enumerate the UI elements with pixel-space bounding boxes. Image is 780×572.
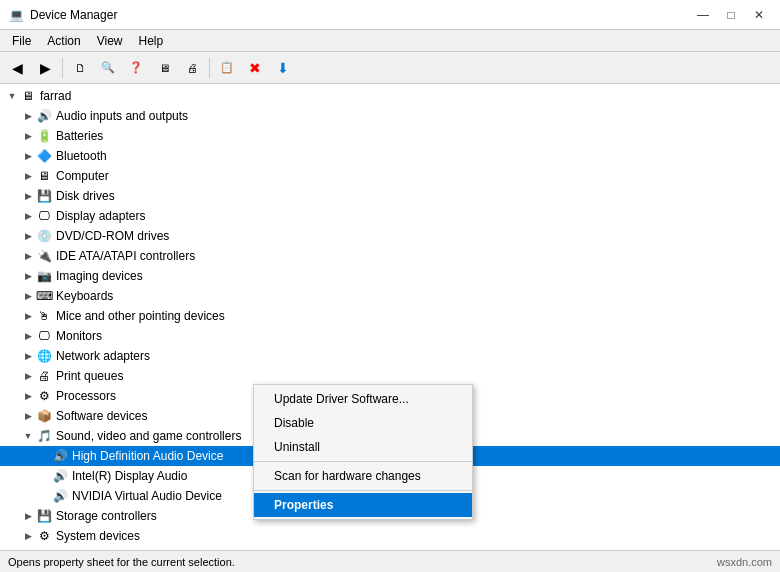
tree-item[interactable]: ▶🖨Print queues: [0, 366, 780, 386]
item-icon: 📷: [36, 268, 52, 284]
expand-icon[interactable]: ▶: [20, 168, 36, 184]
context-menu-item[interactable]: Scan for hardware changes: [254, 464, 472, 488]
expand-icon[interactable]: ▶: [20, 528, 36, 544]
tree-item[interactable]: ▶🖵Monitors: [0, 326, 780, 346]
expand-icon[interactable]: ▶: [20, 228, 36, 244]
context-menu-separator: [254, 490, 472, 491]
tree-item[interactable]: ▶🖵Display adapters: [0, 206, 780, 226]
item-label: Storage controllers: [56, 509, 157, 523]
item-icon: 🖱: [36, 308, 52, 324]
close-button[interactable]: ✕: [746, 5, 772, 25]
item-label: IDE ATA/ATAPI controllers: [56, 249, 195, 263]
expand-icon[interactable]: ▶: [20, 308, 36, 324]
toolbar-down[interactable]: ⬇: [270, 55, 296, 81]
expand-icon[interactable]: ▶: [20, 108, 36, 124]
tree-item[interactable]: ▶⚙System devices: [0, 526, 780, 546]
expand-icon[interactable]: ▶: [20, 148, 36, 164]
item-label: DVD/CD-ROM drives: [56, 229, 169, 243]
item-label: Network adapters: [56, 349, 150, 363]
tree-item[interactable]: ▶💿DVD/CD-ROM drives: [0, 226, 780, 246]
item-label: Universal Serial Bus controllers: [56, 549, 223, 550]
expand-icon[interactable]: ▶: [20, 288, 36, 304]
expand-icon[interactable]: ▶: [20, 268, 36, 284]
menu-file[interactable]: File: [4, 32, 39, 50]
window-controls: — □ ✕: [690, 5, 772, 25]
device-tree[interactable]: ▼ 🖥 farrad ▶🔊Audio inputs and outputs▶🔋B…: [0, 84, 780, 550]
expand-icon[interactable]: ▶: [20, 508, 36, 524]
toolbar-uninstall[interactable]: 🖥: [151, 55, 177, 81]
item-icon: 💾: [36, 508, 52, 524]
context-menu: Update Driver Software...DisableUninstal…: [253, 384, 473, 520]
tree-item[interactable]: ▶🔊Audio inputs and outputs: [0, 106, 780, 126]
menu-view[interactable]: View: [89, 32, 131, 50]
tree-item[interactable]: ▶💾Disk drives: [0, 186, 780, 206]
tree-item[interactable]: ▶🔷Bluetooth: [0, 146, 780, 166]
expand-icon[interactable]: ▶: [20, 388, 36, 404]
item-label: System devices: [56, 529, 140, 543]
item-icon: 💾: [36, 188, 52, 204]
tree-root[interactable]: ▼ 🖥 farrad: [0, 86, 780, 106]
item-icon: 🔷: [36, 148, 52, 164]
menu-help[interactable]: Help: [131, 32, 172, 50]
expand-icon[interactable]: ▶: [20, 348, 36, 364]
status-bar: Opens property sheet for the current sel…: [0, 550, 780, 572]
expand-icon[interactable]: ▼: [20, 428, 36, 444]
item-label: Imaging devices: [56, 269, 143, 283]
expand-icon[interactable]: ▶: [20, 328, 36, 344]
item-icon: 📦: [36, 408, 52, 424]
toolbar-remove[interactable]: ✖: [242, 55, 268, 81]
toolbar-new-resource[interactable]: 📋: [214, 55, 240, 81]
item-icon: 🎵: [36, 428, 52, 444]
expand-icon[interactable]: ▶: [20, 128, 36, 144]
context-menu-item[interactable]: Disable: [254, 411, 472, 435]
context-menu-item[interactable]: Properties: [254, 493, 472, 517]
item-icon: 💿: [36, 228, 52, 244]
context-menu-item[interactable]: Update Driver Software...: [254, 387, 472, 411]
expand-icon[interactable]: ▶: [20, 548, 36, 550]
status-wsxdn: wsxdn.com: [717, 556, 772, 568]
item-label: Sound, video and game controllers: [56, 429, 241, 443]
tree-item[interactable]: ▶🔌Universal Serial Bus controllers: [0, 546, 780, 550]
toolbar-scan[interactable]: 🖨: [179, 55, 205, 81]
tree-item[interactable]: ▶🖥Computer: [0, 166, 780, 186]
item-icon: 🔊: [36, 108, 52, 124]
tree-item[interactable]: ▶📷Imaging devices: [0, 266, 780, 286]
expand-icon[interactable]: ▶: [20, 368, 36, 384]
item-icon: ⚙: [36, 528, 52, 544]
maximize-button[interactable]: □: [718, 5, 744, 25]
item-icon: 🔌: [36, 548, 52, 550]
context-menu-item[interactable]: Uninstall: [254, 435, 472, 459]
expand-icon[interactable]: ▶: [20, 208, 36, 224]
item-label: Processors: [56, 389, 116, 403]
app-icon: 💻: [8, 7, 24, 23]
item-label: Intel(R) Display Audio: [72, 469, 187, 483]
toolbar-update-driver[interactable]: 🔍: [95, 55, 121, 81]
minimize-button[interactable]: —: [690, 5, 716, 25]
toolbar-help[interactable]: ❓: [123, 55, 149, 81]
item-label: Bluetooth: [56, 149, 107, 163]
tree-item[interactable]: ▶🔋Batteries: [0, 126, 780, 146]
toolbar-separator-1: [62, 58, 63, 78]
item-label: Monitors: [56, 329, 102, 343]
expand-root[interactable]: ▼: [4, 88, 20, 104]
expand-icon[interactable]: ▶: [20, 408, 36, 424]
item-icon: 🔌: [36, 248, 52, 264]
item-label: Display adapters: [56, 209, 145, 223]
tree-item[interactable]: ▶🔌IDE ATA/ATAPI controllers: [0, 246, 780, 266]
tree-item[interactable]: ▶🖱Mice and other pointing devices: [0, 306, 780, 326]
item-label: Disk drives: [56, 189, 115, 203]
expand-icon[interactable]: ▶: [20, 248, 36, 264]
tree-item[interactable]: ▶🌐Network adapters: [0, 346, 780, 366]
item-icon: 🔊: [52, 448, 68, 464]
tree-item[interactable]: ▶⌨Keyboards: [0, 286, 780, 306]
toolbar-forward[interactable]: ▶: [32, 55, 58, 81]
item-icon: 🔊: [52, 468, 68, 484]
expand-icon[interactable]: ▶: [20, 188, 36, 204]
toolbar-back[interactable]: ◀: [4, 55, 30, 81]
menu-action[interactable]: Action: [39, 32, 88, 50]
item-icon: ⌨: [36, 288, 52, 304]
item-icon: 🖵: [36, 208, 52, 224]
toolbar-properties[interactable]: 🗋: [67, 55, 93, 81]
menu-bar: File Action View Help: [0, 30, 780, 52]
item-label: Keyboards: [56, 289, 113, 303]
